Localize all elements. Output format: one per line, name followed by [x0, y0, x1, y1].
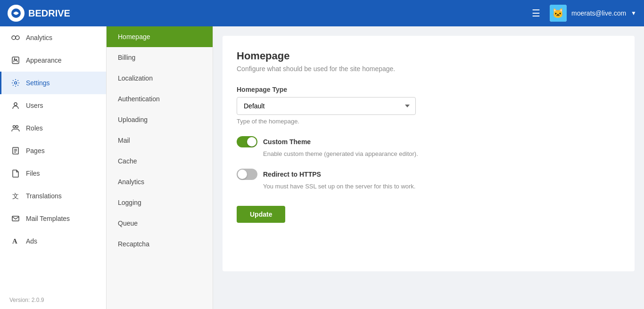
avatar-image: 🐱: [550, 5, 567, 22]
sidebar-item-analytics[interactable]: Analytics: [0, 26, 106, 49]
secondary-item-recaptcha[interactable]: Recaptcha: [107, 234, 213, 254]
sidebar-item-analytics-label: Analytics: [26, 34, 52, 41]
app-name: BEDRIVE: [28, 8, 70, 19]
svg-point-1: [12, 36, 16, 40]
sidebar-item-mail-templates[interactable]: Mail Templates: [0, 207, 106, 230]
sidebar-item-settings[interactable]: Settings: [0, 72, 106, 94]
homepage-type-help: Type of the homepage.: [237, 118, 620, 125]
secondary-item-analytics[interactable]: Analytics: [107, 171, 213, 192]
sidebar-item-mail-templates-label: Mail Templates: [26, 215, 70, 222]
mail-icon: [11, 214, 20, 223]
secondary-item-queue[interactable]: Queue: [107, 213, 213, 234]
update-button[interactable]: Update: [237, 206, 285, 223]
svg-point-7: [16, 126, 18, 128]
content-panel: Homepage Configure what should be used f…: [223, 36, 635, 271]
secondary-item-authentication[interactable]: Authentication: [107, 89, 213, 109]
svg-text:A: A: [12, 237, 17, 245]
toggle-knob-custom-theme: [247, 137, 256, 146]
sidebar-item-roles-label: Roles: [26, 124, 43, 132]
paint-icon: [11, 56, 20, 65]
secondary-item-billing[interactable]: Billing: [107, 47, 213, 68]
secondary-item-cache[interactable]: Cache: [107, 151, 213, 171]
secondary-item-localization[interactable]: Localization: [107, 68, 213, 89]
user-icon: [11, 101, 20, 110]
version-label: Version: 2.0.9: [0, 291, 106, 309]
content-area: Homepage Configure what should be used f…: [213, 26, 644, 309]
sidebar-item-translations-label: Translations: [26, 192, 62, 200]
sidebar-item-appearance[interactable]: Appearance: [0, 49, 106, 72]
main-layout: Analytics Appearance Settings Users Role: [0, 26, 644, 309]
custom-theme-row: Custom Theme: [237, 136, 620, 147]
sidebar-item-roles[interactable]: Roles: [0, 117, 106, 139]
svg-point-2: [16, 36, 19, 40]
custom-theme-toggle[interactable]: [237, 136, 257, 147]
user-menu[interactable]: 🐱 moerats@live.com ▼: [550, 5, 636, 22]
custom-theme-group: Custom Theme Enable custom theme (genera…: [237, 136, 620, 157]
avatar: 🐱: [550, 5, 567, 22]
sidebar-item-ads[interactable]: A Ads: [0, 230, 106, 252]
sidebar-item-translations[interactable]: 文 Translations: [0, 185, 106, 207]
pages-icon: [11, 146, 20, 155]
svg-point-6: [13, 126, 16, 128]
sidebar-item-files-label: Files: [26, 170, 40, 177]
secondary-item-mail[interactable]: Mail: [107, 130, 213, 151]
gear-icon: [11, 78, 20, 88]
sidebar-item-pages-label: Pages: [26, 147, 45, 154]
secondary-item-uploading[interactable]: Uploading: [107, 109, 213, 130]
redirect-https-label: Redirect to HTTPS: [263, 171, 321, 178]
ads-icon: A: [11, 236, 20, 246]
toggle-knob-redirect-https: [238, 170, 247, 179]
chart-icon: [11, 33, 20, 42]
homepage-type-group: Homepage Type Default Custom Landing Typ…: [237, 86, 620, 125]
sidebar-item-files[interactable]: Files: [0, 162, 106, 185]
secondary-item-logging[interactable]: Logging: [107, 192, 213, 213]
topnav: BEDRIVE ☰ 🐱 moerats@live.com ▼: [0, 0, 644, 26]
redirect-https-toggle[interactable]: [237, 169, 257, 180]
user-email: moerats@live.com: [571, 9, 626, 17]
redirect-https-group: Redirect to HTTPS You must have SSL set …: [237, 169, 620, 190]
logo: BEDRIVE: [8, 5, 532, 22]
page-subtitle: Configure what should be used for the si…: [237, 65, 620, 73]
sidebar-item-settings-label: Settings: [26, 79, 50, 87]
redirect-https-row: Redirect to HTTPS: [237, 169, 620, 180]
hamburger-icon[interactable]: ☰: [532, 8, 540, 19]
users-icon: [11, 123, 20, 133]
translate-icon: 文: [11, 191, 20, 201]
homepage-type-label: Homepage Type: [237, 86, 620, 93]
custom-theme-help: Enable custom theme (generated via appea…: [263, 150, 620, 157]
sidebar-item-ads-label: Ads: [26, 237, 37, 245]
page-title: Homepage: [237, 50, 620, 62]
svg-text:文: 文: [12, 193, 19, 200]
homepage-type-select[interactable]: Default Custom Landing: [237, 97, 416, 115]
svg-point-4: [15, 82, 17, 84]
redirect-https-help: You must have SSL set up on the server f…: [263, 183, 620, 190]
svg-point-5: [14, 103, 17, 106]
secondary-item-homepage[interactable]: Homepage: [107, 26, 213, 47]
svg-rect-13: [12, 216, 19, 221]
sidebar-item-users[interactable]: Users: [0, 94, 106, 117]
sidebar-item-users-label: Users: [26, 102, 43, 109]
file-icon: [11, 169, 20, 178]
custom-theme-label: Custom Theme: [263, 138, 311, 146]
toggle-track-custom-theme: [237, 136, 257, 147]
chevron-down-icon: ▼: [631, 10, 636, 16]
sidebar-item-appearance-label: Appearance: [26, 57, 62, 64]
secondary-sidebar: Homepage Billing Localization Authentica…: [107, 26, 213, 309]
sidebar-item-pages[interactable]: Pages: [0, 139, 106, 162]
primary-sidebar: Analytics Appearance Settings Users Role: [0, 26, 107, 309]
logo-icon: [8, 5, 25, 22]
toggle-track-redirect-https: [237, 169, 257, 180]
